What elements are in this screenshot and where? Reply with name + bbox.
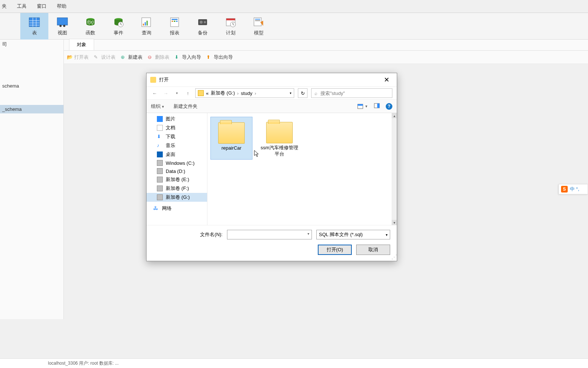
forward-button[interactable]: → [162,89,169,97]
refresh-button[interactable]: ↻ [298,88,307,98]
nav-tree[interactable]: 图片 文档 ⬇下载 ♪音乐 桌面 Windows (C:) Data (D:) … [147,113,207,225]
drive-icon [157,177,163,183]
ribbon-event[interactable]: 事件 [104,13,133,40]
help-button[interactable]: ? [386,103,392,110]
menu-help[interactable]: 帮助 [57,3,66,10]
preview-pane-button[interactable] [374,103,380,109]
ribbon-report[interactable]: 报表 [161,13,189,40]
tb-label: 删除表 [155,54,169,61]
folder-ssm[interactable]: ssm汽车维修管理平台 [258,117,300,160]
scroll-down[interactable]: ▾ [392,220,397,225]
cancel-button[interactable]: 取消 [356,245,390,255]
svg-rect-34 [377,103,379,108]
svg-rect-16 [147,21,148,25]
nav-downloads[interactable]: ⬇下载 [147,132,207,141]
close-button[interactable]: ✕ [379,75,394,85]
open-button[interactable]: 打开(O) [318,245,352,255]
delete-table-button[interactable]: ⊖删除表 [148,54,169,61]
documents-icon [157,125,163,131]
back-button[interactable]: ← [151,89,158,97]
history-dropdown[interactable]: ▾ [173,89,180,97]
ribbon-label: 视图 [58,30,67,36]
bc-drive[interactable]: 新加卷 (G:) [211,90,235,96]
export-wizard-button[interactable]: ⬆导出向导 [206,54,233,61]
chevron-down-icon: ▾ [386,233,388,237]
breadcrumb[interactable]: « 新加卷 (G:) › study › ▾ [195,88,294,98]
organize-button[interactable]: 组织▼ [151,103,165,110]
pictures-icon [157,116,163,122]
tb-label: 设计表 [101,54,116,61]
nav-documents[interactable]: 文档 [147,123,207,132]
event-icon [113,16,124,28]
tb-label: 新建表 [128,54,142,61]
view-icon [56,16,68,28]
scrollbar[interactable]: ▴ ▾ [392,113,397,225]
ribbon-schedule[interactable]: 计划 [217,13,245,40]
tree-item[interactable]: _schema [0,105,63,113]
dialog-body: 图片 文档 ⬇下载 ♪音乐 桌面 Windows (C:) Data (D:) … [147,113,397,225]
filetype-filter[interactable]: SQL 脚本文件 (*.sql) ▾ [316,230,390,239]
bc-folder[interactable]: study [241,91,252,96]
ribbon-function[interactable]: f(x) 函数 [76,13,104,40]
tree-item[interactable]: 司 [0,40,63,49]
ribbon-query[interactable]: 查询 [133,13,161,40]
dialog-toolbar: 组织▼ 新建文件夹 ▼ ? [147,100,397,113]
nav-network[interactable]: 🖧网络 [147,204,207,213]
up-button[interactable]: ↑ [184,89,192,97]
desktop-icon [157,151,163,157]
svg-rect-15 [145,22,146,25]
export-icon: ⬆ [206,54,212,60]
ribbon-view[interactable]: 视图 [48,13,76,40]
tabs: 对象 [64,40,588,51]
nav-drive-e[interactable]: 新加卷 (E:) [147,175,207,184]
ribbon-model[interactable]: 模型 [245,13,273,40]
tab-objects[interactable]: 对象 [69,39,94,50]
new-folder-button[interactable]: 新建文件夹 [173,103,197,110]
tb-label: 导入向导 [182,54,201,61]
search-box[interactable]: ⌕ [311,88,392,98]
menu-window[interactable]: 窗口 [37,3,47,10]
svg-rect-30 [255,20,260,21]
nav-pictures[interactable]: 图片 [147,115,207,123]
ime-indicator[interactable]: S 中 °, [558,184,588,194]
menu-folder[interactable]: 夹 [2,3,7,10]
tree-item[interactable] [0,49,63,52]
ribbon-table[interactable]: 表 [20,13,48,40]
files-pane[interactable]: repairCar ssm汽车维修管理平台 ▴ ▾ [207,113,397,225]
svg-rect-6 [57,18,68,25]
breadcrumb-dropdown[interactable]: ▾ [290,91,292,95]
model-icon [253,16,265,28]
resize-grip[interactable]: ⋰ [391,255,396,260]
scroll-up[interactable]: ▴ [392,113,397,118]
connection-tree[interactable]: 司 schema _schema [0,40,64,319]
nav-drive-c[interactable]: Windows (C:) [147,159,207,167]
design-table-button[interactable]: ✎设计表 [94,54,116,61]
open-table-button[interactable]: 📂打开表 [67,54,89,61]
app-icon [150,77,156,83]
filter-text: SQL 脚本文件 (*.sql) [319,231,363,238]
network-icon: 🖧 [153,205,159,211]
dialog-title: 打开 [159,76,169,83]
new-table-button[interactable]: ⊕新建表 [121,54,142,61]
ribbon-backup[interactable]: 备份 [189,13,217,40]
view-mode-button[interactable]: ▼ [357,104,368,109]
new-icon: ⊕ [121,54,127,60]
import-wizard-button[interactable]: ⬇导入向导 [175,54,201,61]
backup-icon [197,16,209,28]
tree-item[interactable]: schema [0,82,63,90]
nav-drive-d[interactable]: Data (D:) [147,167,207,175]
folder-repaircar[interactable]: repairCar [210,117,252,160]
nav-drive-f[interactable]: 新加卷 (F:) [147,184,207,193]
search-input[interactable] [320,91,389,96]
dialog-titlebar: 打开 ✕ [147,73,397,86]
nav-music[interactable]: ♪音乐 [147,141,207,150]
design-icon: ✎ [94,54,100,60]
nav-desktop[interactable]: 桌面 [147,150,207,159]
menu-tools[interactable]: 工具 [17,3,27,10]
drive-icon [157,185,163,191]
svg-rect-29 [255,19,260,20]
status-bar: localhost_3306 用户: root 数据库: ... [0,358,588,368]
filename-input[interactable] [227,230,312,239]
open-icon: 📂 [67,54,73,60]
nav-drive-g[interactable]: 新加卷 (G:) [147,193,207,202]
